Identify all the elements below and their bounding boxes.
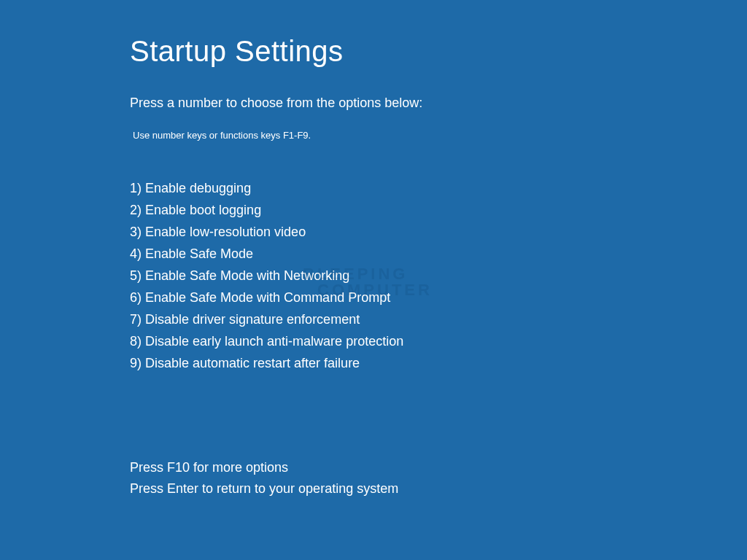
- page-title: Startup Settings: [130, 35, 747, 68]
- option-1[interactable]: 1) Enable debugging: [130, 177, 747, 199]
- footer-more-options: Press F10 for more options: [130, 457, 747, 478]
- main-instruction: Press a number to choose from the option…: [130, 96, 747, 111]
- option-6[interactable]: 6) Enable Safe Mode with Command Prompt: [130, 287, 747, 308]
- options-list: 1) Enable debugging 2) Enable boot loggi…: [130, 177, 747, 374]
- option-7[interactable]: 7) Disable driver signature enforcement: [130, 308, 747, 330]
- option-9[interactable]: 9) Disable automatic restart after failu…: [130, 352, 747, 374]
- option-2[interactable]: 2) Enable boot logging: [130, 199, 747, 221]
- option-5[interactable]: 5) Enable Safe Mode with Networking: [130, 265, 747, 287]
- option-3[interactable]: 3) Enable low-resolution video: [130, 221, 747, 243]
- option-4[interactable]: 4) Enable Safe Mode: [130, 243, 747, 265]
- startup-settings-screen: Startup Settings Press a number to choos…: [0, 0, 747, 499]
- footer-return: Press Enter to return to your operating …: [130, 478, 747, 499]
- sub-instruction: Use number keys or functions keys F1-F9.: [130, 130, 747, 141]
- option-8[interactable]: 8) Disable early launch anti-malware pro…: [130, 330, 747, 352]
